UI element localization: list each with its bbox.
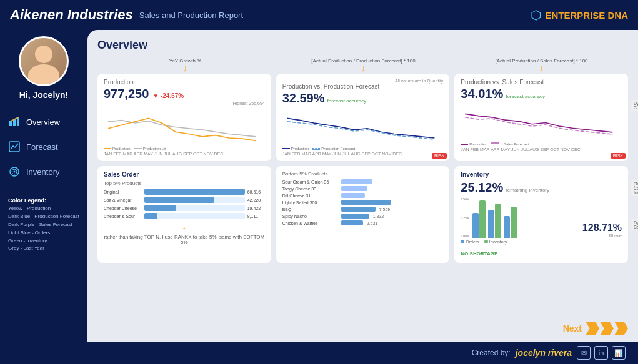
inventory-value: 25.12% — [461, 180, 503, 195]
forecast-icon — [7, 140, 21, 154]
sales-forecast-chart — [461, 104, 622, 141]
sales-forecast-risk: RISK — [611, 153, 626, 159]
sales-forecast-title: Production vs. Sales Forecast — [461, 79, 622, 86]
prod-forecast-legend: Production Production Forecast — [282, 147, 444, 150]
sales-forecast-value: 34.01% — [461, 87, 503, 101]
next-arrows — [586, 322, 628, 335]
sales-forecast-legend: Production Sales Forecast — [461, 142, 622, 146]
annotations-row: YoY Growth % ↓ [Actual Production / Prod… — [97, 58, 628, 72]
next-label: Next — [563, 323, 582, 333]
logo-text: ENTERPRISE DNA — [545, 10, 628, 21]
prod-forecast-card: All values are in Quantity Production vs… — [276, 74, 450, 161]
user-greeting: Hi, Jocelyn! — [19, 90, 69, 100]
inventory-section-title: Inventory — [461, 171, 622, 178]
inventory-icon — [7, 165, 21, 179]
header-left: Aikenen Industries Sales and Production … — [10, 7, 243, 23]
inventory-subtitle: remaining inventory — [506, 187, 549, 193]
bottom5-card: Bottom 5% Products Sour Cream & Onion 35… — [276, 166, 450, 263]
legend-darkpurple: Dark Purple - Sales Forecast — [8, 221, 79, 229]
production-highest: Highest 256,694 — [104, 101, 265, 106]
main-layout: Hi, Jocelyn! Overview Forecast — [0, 30, 638, 364]
linkedin-icon[interactable]: in — [594, 346, 608, 360]
overview-icon — [7, 115, 21, 129]
legend-yellow: Yellow - Production — [8, 205, 79, 213]
email-icon[interactable]: ✉ — [577, 346, 591, 360]
bottom-annotation: ↑ rather than taking TOP N, I use RANKX … — [104, 224, 265, 245]
bottom5-chicken-waffles: Chicken & Waffles 2,531 — [282, 220, 444, 225]
content-area: Overview YoY Growth % ↓ [Actual Producti… — [87, 30, 638, 364]
svg-rect-1 — [13, 119, 16, 126]
sidebar-item-inventory[interactable]: Inventory — [0, 160, 87, 184]
legend-darkblue: Dark Blue - Production Forecast — [8, 213, 79, 221]
legend-lightblue: Light Blue - Orders — [8, 229, 79, 237]
dynamic-text-annotation-2: Dynamic TEXT and Color — [631, 219, 638, 230]
inventory-label: Inventory — [26, 167, 59, 177]
sales-order-card: Sales Order Top 5% Products Original 60,… — [97, 166, 271, 263]
next-button[interactable]: Next — [563, 322, 628, 335]
sales-forecast-card: Production vs. Sales Forecast 34.01% for… — [454, 74, 628, 161]
fill-rate-value: 128.71% — [582, 222, 622, 234]
svg-point-6 — [14, 171, 16, 173]
svg-rect-2 — [17, 117, 19, 126]
bar-original: Original 60,616 — [104, 189, 265, 195]
bottom-cards: Sales Order Top 5% Products Original 60,… — [97, 166, 628, 263]
footer: Created by: jocelyn rivera ✉ in 📊 — [0, 342, 638, 364]
bottom5-tangy-cheese: Tangy Cheese 33 — [282, 186, 444, 191]
bottom5-bbq: BBQ 7,509 — [282, 207, 444, 212]
sales-bars: Original 60,616 Salt & Vinegar 42,228 Ch… — [104, 189, 265, 219]
overview-title: Overview — [97, 39, 628, 52]
prod-forecast-risk: RISK — [432, 153, 447, 159]
color-legend: Color Legend: Yellow - Production Dark B… — [3, 191, 84, 258]
footer-icons: ✉ in 📊 — [577, 346, 626, 360]
bottom5-list: Sour Cream & Onion 35 Tangy Cheese 33 Di… — [282, 179, 444, 225]
inventory-chart: 150K 125K 100K — [461, 197, 622, 238]
sidebar-item-forecast[interactable]: Forecast — [0, 135, 87, 159]
prod-forecast-title: Production vs. Production Forecast — [282, 83, 444, 90]
production-change: ▼ -24.67% — [152, 92, 184, 99]
inventory-legend: Orders Inventory — [461, 240, 622, 244]
legend-green: Green - Inventory — [8, 237, 79, 245]
top-cards: Production 977,250 ▼ -24.67% Highest 256… — [97, 74, 628, 161]
inventory-annotation: [Total Inventory - Consumed Units / Tota… — [631, 180, 638, 196]
forecast-label: Forecast — [26, 142, 58, 152]
annotation-prod-forecast: [Actual Production / Production Forecast… — [277, 58, 450, 72]
dynamic-text-annotation-1: Dynamic TEXT and Color — [631, 100, 638, 111]
bottom5-sour-cream: Sour Cream & Onion 35 — [282, 179, 444, 184]
sidebar: Hi, Jocelyn! Overview Forecast — [0, 30, 87, 364]
bottom5-title: Bottom 5% Products — [282, 171, 444, 177]
footer-name: jocelyn rivera — [516, 348, 572, 358]
no-shortage: NO SHORTAGE — [461, 247, 622, 258]
bar-cheddar-cheese: Cheddar Cheese 19,422 — [104, 205, 265, 211]
all-qty-note: All values are in Quantity — [282, 79, 444, 83]
annotation-sales-forecast: [Actual Production / Sales Forecast] * 1… — [455, 58, 628, 72]
bar-cheddar-sour: Cheddar & Sour 8,111 — [104, 213, 265, 219]
chart-icon[interactable]: 📊 — [612, 346, 626, 360]
avatar-image — [21, 36, 67, 86]
production-card: Production 977,250 ▼ -24.67% Highest 256… — [97, 74, 271, 161]
sales-order-title: Sales Order — [104, 171, 265, 178]
bar-salt-vinegar: Salt & Vinegar 42,228 — [104, 197, 265, 203]
bottom5-dill-cheese: Dill Cheese 31 — [282, 193, 444, 198]
bottom5-lightly-salted: Lightly Salted 300 — [282, 200, 444, 205]
inventory-card: Inventory 25.12% remaining inventory 150… — [454, 166, 628, 263]
bottom5-spicy-nacho: Spicy Nacho 1,832 — [282, 214, 444, 219]
svg-rect-0 — [9, 121, 12, 126]
sidebar-item-overview[interactable]: Overview — [0, 110, 87, 134]
top5-title: Top 5% Products — [104, 180, 265, 186]
app-title: Aikenen Industries — [10, 7, 133, 23]
prod-forecast-value: 32.59% — [282, 91, 325, 106]
enterprise-logo: ⬡ ENTERPRISE DNA — [531, 7, 628, 22]
header: Aikenen Industries Sales and Production … — [0, 0, 638, 30]
production-legend: Production Production LY — [104, 147, 265, 150]
app-subtitle: Sales and Production Report — [139, 11, 243, 20]
production-value: 977,250 — [104, 87, 149, 101]
footer-created-by: Created by: — [472, 348, 511, 357]
annotation-yoy: YoY Growth % ↓ — [99, 58, 272, 72]
color-legend-title: Color Legend: — [8, 196, 79, 205]
sales-forecast-accuracy: forecast accuracy — [506, 94, 545, 99]
prod-forecast-chart — [282, 108, 444, 145]
legend-grey: Grey - Last Year — [8, 245, 79, 253]
production-card-title: Production — [104, 79, 265, 86]
prod-forecast-accuracy: forecast accuracy — [327, 98, 367, 104]
overview-label: Overview — [26, 117, 60, 127]
